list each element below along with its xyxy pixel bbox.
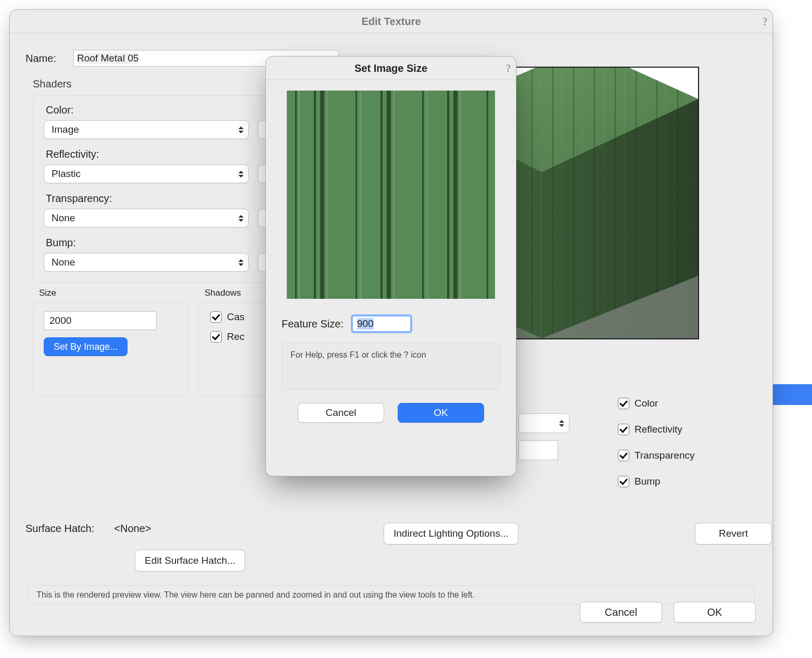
stepper-icon	[237, 257, 245, 268]
override-value-input[interactable]	[518, 440, 558, 460]
size-value: 2000	[49, 315, 71, 326]
ok-button[interactable]: OK	[674, 602, 756, 623]
edit-surface-hatch-button[interactable]: Edit Surface Hatch...	[135, 550, 245, 572]
stepper-icon	[557, 418, 566, 428]
modal-help-text: For Help, press F1 or click the ? icon	[290, 350, 426, 359]
transparency-select[interactable]: None	[44, 209, 249, 227]
modal-title: Set Image Size	[354, 62, 427, 74]
feature-size-input[interactable]: 900	[351, 314, 412, 333]
revert-button[interactable]: Revert	[695, 523, 772, 545]
reflectivity-select[interactable]: Plastic	[44, 164, 249, 183]
stepper-icon	[237, 169, 245, 179]
surface-hatch-row: Surface Hatch: <None>	[26, 523, 151, 535]
stepper-icon	[237, 124, 245, 135]
modal-help-box: For Help, press F1 or click the ? icon	[282, 343, 500, 389]
receive-shadows-checkbox[interactable]: Rec	[210, 331, 262, 343]
size-panel: 2000 Set By Image...	[33, 302, 189, 396]
bump-value: None	[52, 257, 75, 268]
transparency-value: None	[52, 212, 75, 224]
set-by-image-button[interactable]: Set By Image...	[44, 337, 128, 356]
color-select[interactable]: Image	[44, 120, 249, 139]
feature-size-value: 900	[357, 318, 374, 330]
checkbox-icon	[618, 398, 629, 409]
override-reflectivity-label: Reflectivity	[635, 424, 682, 435]
size-input[interactable]: 2000	[44, 311, 157, 330]
modal-footer: Cancel OK	[282, 403, 500, 423]
main-footer: Cancel OK	[580, 602, 756, 623]
checkbox-icon	[210, 311, 222, 323]
checkbox-icon	[618, 424, 629, 435]
shadows-header: Shadows	[205, 288, 273, 298]
size-header: Size	[39, 288, 189, 298]
override-bump-label: Bump	[635, 476, 661, 487]
feature-size-label: Feature Size:	[282, 318, 344, 330]
edit-texture-titlebar: Edit Texture ?	[10, 10, 772, 33]
override-reflectivity-checkbox[interactable]: Reflectivity	[618, 424, 694, 435]
modal-titlebar: Set Image Size ?	[266, 57, 516, 80]
shadows-panel: Cas Rec	[198, 302, 273, 396]
override-bump-checkbox[interactable]: Bump	[618, 476, 694, 487]
background-accent-pill	[770, 384, 812, 405]
help-icon[interactable]: ?	[763, 16, 767, 28]
checkbox-icon	[618, 450, 629, 461]
help-icon[interactable]: ?	[506, 62, 511, 74]
color-value: Image	[52, 124, 79, 135]
feature-size-row: Feature Size: 900	[282, 314, 500, 333]
edit-texture-title: Edit Texture	[361, 16, 421, 28]
override-checklist: Color Reflectivity Transparency Bump	[618, 398, 694, 496]
checkbox-icon	[618, 476, 629, 487]
name-label: Name:	[26, 53, 66, 65]
modal-cancel-button[interactable]: Cancel	[298, 403, 384, 423]
indirect-lighting-button[interactable]: Indirect Lighting Options...	[384, 523, 518, 545]
cast-shadows-checkbox[interactable]: Cas	[210, 311, 262, 323]
surface-hatch-label: Surface Hatch:	[26, 523, 94, 535]
info-text: This is the rendered preview view. The v…	[36, 590, 475, 600]
stepper-icon	[237, 213, 245, 223]
override-color-checkbox[interactable]: Color	[618, 398, 694, 409]
bump-select[interactable]: None	[44, 253, 249, 272]
image-size-preview	[287, 91, 495, 299]
modal-ok-button[interactable]: OK	[398, 403, 484, 423]
surface-hatch-value: <None>	[114, 523, 151, 535]
set-image-size-dialog: Set Image Size ? Feature Size:	[265, 56, 516, 476]
cancel-button[interactable]: Cancel	[580, 602, 662, 623]
override-color-label: Color	[635, 398, 658, 409]
cast-label: Cas	[227, 311, 245, 323]
receive-label: Rec	[227, 331, 245, 343]
checkbox-icon	[210, 331, 222, 343]
override-controls	[518, 413, 569, 460]
name-value: Roof Metal 05	[77, 53, 138, 64]
reflectivity-value: Plastic	[52, 168, 81, 180]
override-transparency-label: Transparency	[635, 450, 694, 461]
override-select[interactable]	[518, 413, 569, 433]
override-transparency-checkbox[interactable]: Transparency	[618, 450, 694, 461]
